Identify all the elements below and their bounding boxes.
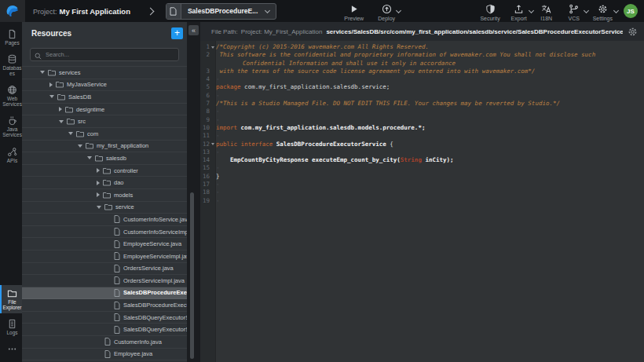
code-line[interactable]: 3 with the terms of the source code lice… [200, 68, 644, 75]
i18n-button[interactable]: I18N [538, 2, 555, 21]
tree-item-salesdbqueryexecutorservice-java[interactable]: SalesDBQueryExecutorService.java [22, 312, 187, 324]
tree-item-dao[interactable]: dao [22, 177, 187, 189]
file-icon [166, 4, 181, 19]
expand-arrow-icon[interactable] [87, 156, 92, 159]
security-button[interactable]: Security [480, 2, 499, 21]
tree-item-employeeservice-java[interactable]: EmployeeService.java [22, 238, 187, 250]
sidebar-item-file-explorer[interactable]: File Explorer [0, 285, 22, 313]
fold-arrow-icon[interactable] [210, 141, 216, 148]
code-line[interactable]: 7/*This is a Studio Managed File. DO NOT… [200, 100, 644, 108]
tree-item-src[interactable]: src [22, 115, 187, 128]
gutter-spacer [210, 156, 216, 164]
export-button[interactable]: Export [510, 2, 528, 21]
tree-item-employee-java[interactable]: Employee.java [22, 349, 187, 361]
collapse-arrow-icon[interactable] [97, 181, 100, 185]
file-settings-gear-icon[interactable] [623, 27, 638, 37]
tree-item-customerinfoservice-java[interactable]: CustomerInfoService.java [22, 214, 187, 226]
fold-arrow-icon[interactable] [210, 43, 216, 51]
code-line[interactable]: 11 [200, 132, 644, 140]
settings-button[interactable]: Settings [593, 2, 613, 21]
tree-item-salesdb[interactable]: salesdb [22, 152, 187, 165]
sidebar-item-java-services[interactable]: Java Services [0, 112, 22, 141]
dots-icon [7, 344, 17, 354]
tree-item-com[interactable]: com [22, 128, 187, 141]
caret-down-icon [584, 7, 589, 13]
tree-item-service[interactable]: service [22, 202, 187, 214]
tree-item-customerinfoserviceimpl-java[interactable]: CustomerInfoServiceImpl.java [22, 226, 187, 239]
collapse-arrow-icon[interactable] [59, 107, 62, 112]
tree-item-salesdbprocedureexecutorservice-java[interactable]: SalesDBProcedureExecutorService.java [22, 287, 187, 300]
tree-item-employeeserviceimpl-java[interactable]: EmployeeServiceImpl.java [22, 250, 187, 263]
code-token: inCity); [422, 156, 454, 163]
panel-divider: « [187, 22, 200, 362]
code-line[interactable]: 9 [200, 116, 644, 124]
translate-icon [541, 4, 551, 15]
sidebar-item-apis[interactable]: APIs [0, 144, 22, 166]
code-token: with the terms of the source code licens… [216, 68, 535, 75]
tree-item-services[interactable]: services [22, 67, 187, 79]
tree-item-models[interactable]: models [22, 189, 187, 202]
user-avatar[interactable]: JS [624, 4, 638, 18]
tree-item-salesdbprocedureexecutorserviceimpl-java[interactable]: SalesDBProcedureExecutorServiceImpl.java [22, 299, 187, 312]
file-selector-dropdown[interactable]: SalesDBProcedureE... [166, 3, 276, 20]
tree-item-label: services [59, 69, 81, 76]
expand-arrow-icon[interactable] [68, 132, 73, 135]
code-line[interactable]: 6 [200, 92, 644, 100]
code-text: This software is the confidential and pr… [216, 51, 602, 68]
tree-item-salesdbqueryexecutorserviceimpl-java[interactable]: SalesDBQueryExecutorServiceImpl.java [22, 324, 187, 336]
gutter-spacer [210, 83, 216, 91]
code-line[interactable]: 14 EmpCountByCityResponse executeEmp_cou… [200, 156, 644, 164]
tree-item-myjavaservice[interactable]: MyJavaService [22, 79, 187, 92]
code-line[interactable]: 16} [200, 173, 644, 181]
expand-arrow-icon[interactable] [97, 206, 101, 209]
code-line[interactable]: 13 [200, 148, 644, 156]
code-line[interactable]: 18 [200, 188, 644, 196]
preview-button[interactable]: Preview [344, 2, 364, 21]
sidebar-item-pages[interactable]: Pages [0, 26, 22, 49]
tree-scrollbar[interactable] [190, 192, 194, 359]
tree-item-label: SalesDB [68, 93, 91, 101]
code-line[interactable]: 1/*Copyright (c) 2015-2016 wavemaker.com… [200, 43, 644, 51]
code-line[interactable]: 2 This software is the confidential and … [200, 51, 644, 68]
code-line[interactable]: 12public interface SalesDBProcedureExecu… [200, 141, 644, 148]
file-icon [114, 326, 120, 334]
tree-item-my-first-application[interactable]: my_first_application [22, 141, 187, 153]
code-line[interactable]: 5package com.my_first_application.salesd… [200, 83, 644, 91]
collapse-arrow-icon[interactable] [49, 82, 53, 87]
tree-item-label: CustomerInfoServiceImpl.java [123, 229, 187, 236]
expand-arrow-icon[interactable] [78, 144, 82, 148]
code-editor[interactable]: 1/*Copyright (c) 2015-2016 wavemaker.com… [200, 41, 644, 362]
tree-item-salesdb[interactable]: SalesDB [22, 91, 187, 104]
tree-item-controller[interactable]: controller [22, 165, 187, 177]
wavemaker-logo[interactable] [0, 0, 25, 22]
collapse-arrow-icon[interactable] [97, 168, 100, 173]
collapse-arrow-icon[interactable] [97, 192, 100, 197]
tree-item-ordersservice-java[interactable]: OrdersService.java [22, 263, 187, 276]
folder-icon [48, 69, 56, 76]
add-resource-button[interactable]: + [171, 27, 183, 39]
tree-item-label: dao [114, 179, 124, 186]
code-line[interactable]: 8 [200, 108, 644, 115]
code-line[interactable]: 19 [200, 197, 644, 205]
code-line[interactable]: 4 [200, 75, 644, 83]
tree-item-customerinfo-java[interactable]: CustomerInfo.java [22, 336, 187, 349]
code-text: with the terms of the source code licens… [216, 68, 602, 75]
code-line[interactable]: 15 [200, 164, 644, 172]
caret-down-icon [396, 7, 401, 13]
code-line[interactable]: 10import com.my_first_application.salesd… [200, 124, 644, 132]
code-line[interactable]: 17 [200, 181, 644, 188]
expand-arrow-icon[interactable] [59, 120, 64, 123]
expand-arrow-icon[interactable] [40, 71, 45, 74]
sidebar-item-databases[interactable]: Databases [0, 51, 22, 79]
tree-item-designtime[interactable]: designtime [22, 104, 187, 116]
collapse-panel-button[interactable]: « [188, 25, 199, 35]
vcs-button[interactable]: VCS [565, 2, 583, 21]
sidebar-item-web-services[interactable]: Web Services [0, 82, 22, 110]
tree-item-label: designtime [76, 106, 104, 113]
deploy-button[interactable]: Deploy [378, 2, 395, 21]
expand-arrow-icon[interactable] [49, 95, 54, 98]
tree-item-ordersserviceimpl-java[interactable]: OrdersServiceImpl.java [22, 275, 187, 287]
search-input[interactable] [30, 48, 179, 61]
sidebar-item-logs[interactable]: Logs [0, 316, 22, 338]
sidebar-item-more[interactable] [0, 341, 22, 357]
